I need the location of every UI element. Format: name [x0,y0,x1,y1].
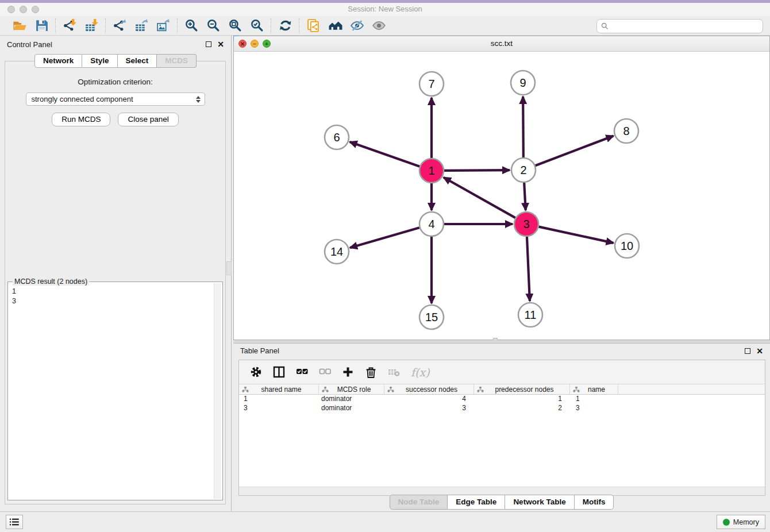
svg-text:4: 4 [428,218,434,230]
svg-text:10: 10 [621,240,633,252]
search-field[interactable] [596,19,763,33]
column-header-shared-name[interactable]: shared name [239,384,319,394]
node-14[interactable]: 14 [325,240,349,264]
result-scrollbar[interactable] [214,283,221,499]
close-table-panel-icon[interactable]: ✕ [756,348,763,354]
criterion-select[interactable]: strongly connected component [26,92,205,106]
zoom-fit-icon[interactable] [227,18,243,34]
deselect-all-icon[interactable] [319,366,331,378]
delete-column-icon[interactable] [365,366,377,378]
titlebar: Session: New Session [0,3,770,16]
export-table-icon[interactable] [133,18,149,34]
table-cell: 2 [474,404,570,413]
close-panel-button[interactable]: Close panel [118,113,178,126]
tab-mcds[interactable]: MCDS [157,54,197,68]
node-2[interactable]: 2 [511,158,536,182]
home-icon[interactable] [327,18,343,34]
save-session-icon[interactable] [33,18,49,34]
tab-style[interactable]: Style [82,54,117,68]
vertical-splitter-handle[interactable] [226,261,232,275]
table-cell: dominator [319,404,384,413]
node-table: f(x) shared nameMCDS rolesuccessor nodes… [238,360,765,496]
clone-network-icon[interactable] [305,18,321,34]
memory-button[interactable]: Memory [717,515,765,529]
column-header-successor-nodes[interactable]: successor nodes [384,384,474,394]
node-6[interactable]: 6 [325,125,349,149]
table-cell: dominator [319,395,384,404]
svg-text:11: 11 [525,309,537,321]
node-11[interactable]: 11 [518,303,542,327]
node-9[interactable]: 9 [511,71,535,95]
edge-3-10[interactable] [538,227,613,243]
tab-select[interactable]: Select [118,54,157,68]
tab-edge-table[interactable]: Edge Table [448,495,505,510]
memory-label: Memory [733,518,759,526]
tab-network[interactable]: Network [34,54,82,68]
float-panel-icon[interactable] [206,41,211,47]
edge-3-1[interactable] [444,178,515,218]
column-header-name[interactable]: name [570,384,618,394]
search-icon [601,22,609,30]
column-layout-icon[interactable] [273,366,285,378]
tab-network-table[interactable]: Network Table [505,495,574,510]
task-history-button[interactable] [6,515,23,529]
svg-text:9: 9 [519,76,526,89]
mcds-result-group: MCDS result (2 nodes) 1 3 [7,282,223,500]
import-table-icon[interactable] [83,18,99,34]
tab-motifs[interactable]: Motifs [575,495,614,510]
column-header-MCDS-role[interactable]: MCDS role [319,384,384,394]
zoom-out-icon[interactable] [205,18,221,34]
export-image-icon[interactable] [155,18,171,34]
network-graph[interactable]: 7968124314101511 [234,52,769,340]
svg-text:6: 6 [333,131,340,144]
refresh-view-icon[interactable] [277,18,293,34]
table-cell: 4 [384,395,474,404]
table-hscrollbar[interactable] [239,487,765,495]
show-graphics-icon[interactable] [371,18,387,34]
node-3[interactable]: 3 [514,212,538,236]
table-panel-header: Table Panel ✕ [233,344,770,358]
criterion-value: strongly connected component [32,95,133,103]
zoom-in-icon[interactable] [183,18,199,34]
search-input[interactable] [611,22,763,30]
node-7[interactable]: 7 [419,72,444,96]
memory-status-icon [723,519,730,526]
table-row[interactable]: 3dominator323 [239,404,765,413]
node-15[interactable]: 15 [419,305,444,329]
control-panel: Control Panel ✕ NetworkStyleSelectMCDS O… [0,36,232,511]
edge-3-11[interactable] [527,237,530,301]
network-view-window: ✕ − + scc.txt 7968124314101511 [233,36,770,340]
edge-2-8[interactable] [536,136,614,166]
hide-graphics-icon[interactable] [349,18,365,34]
edge-4-14[interactable] [350,228,419,248]
table-row[interactable]: 1dominator411 [239,395,765,404]
select-all-icon[interactable] [296,366,308,378]
add-column-icon[interactable] [342,366,354,378]
export-network-icon[interactable] [111,18,128,34]
open-file-icon[interactable] [11,18,28,34]
tab-node-table[interactable]: Node Table [390,495,448,510]
column-header-predecessor-nodes[interactable]: predecessor nodes [474,384,570,394]
mcds-panel: Optimization criterion: strongly connect… [5,61,226,504]
mcds-result-text: 1 3 [8,282,222,310]
network-window-titlebar[interactable]: ✕ − + scc.txt [234,36,769,52]
network-canvas[interactable]: 7968124314101511 [234,52,769,340]
float-table-panel-icon[interactable] [745,348,750,354]
close-panel-icon[interactable]: ✕ [217,41,224,47]
edge-1-2[interactable] [444,170,510,171]
table-header-row: shared nameMCDS rolesuccessor nodesprede… [239,384,765,395]
import-network-icon[interactable] [61,18,78,34]
node-8[interactable]: 8 [614,119,638,143]
node-1[interactable]: 1 [419,159,444,183]
window-title: Session: New Session [0,5,770,13]
settings-gear-icon[interactable] [250,366,262,378]
node-4[interactable]: 4 [419,212,444,236]
node-10[interactable]: 10 [615,234,639,258]
zoom-selected-icon[interactable] [249,18,265,34]
run-mcds-button[interactable]: Run MCDS [52,113,110,126]
svg-text:3: 3 [523,218,529,230]
edge-2-3[interactable] [524,183,526,210]
control-panel-tabs: NetworkStyleSelectMCDS [0,54,231,68]
edge-1-6[interactable] [350,142,420,167]
edge-2-9[interactable] [523,97,523,157]
